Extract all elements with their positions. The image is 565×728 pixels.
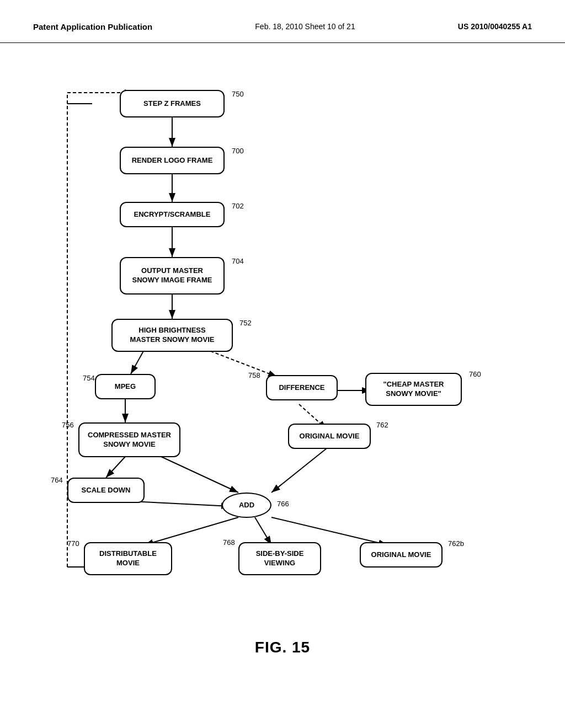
box-mpeg: MPEG	[95, 374, 156, 399]
box-original-movie-bot: ORIGINAL MOVIE	[360, 542, 443, 568]
box-step-z: STEP Z FRAMES	[120, 90, 225, 117]
header-right: US 2010/0040255 A1	[458, 22, 532, 31]
header-center: Feb. 18, 2010 Sheet 10 of 21	[255, 22, 355, 31]
svg-line-13	[271, 448, 327, 493]
box-scale-down: SCALE DOWN	[67, 478, 145, 503]
box-original-movie-top: ORIGINAL MOVIE	[288, 424, 371, 449]
label-766: 766	[277, 500, 289, 508]
box-high-brightness: HIGH BRIGHTNESS MASTER SNOWY MOVIE	[111, 319, 233, 352]
label-762-bot: 762b	[448, 539, 464, 548]
label-760: 760	[469, 370, 481, 378]
label-762-top: 762	[376, 421, 388, 429]
svg-line-12	[161, 457, 238, 493]
label-700: 700	[232, 147, 244, 155]
label-758: 758	[248, 371, 260, 379]
label-768: 768	[223, 538, 235, 547]
header: Patent Application Publication Feb. 18, …	[0, 0, 565, 43]
label-764: 764	[51, 476, 63, 484]
box-output-master: OUTPUT MASTER SNOWY IMAGE FRAME	[120, 257, 225, 295]
box-compressed: COMPRESSED MASTER SNOWY MOVIE	[78, 422, 180, 457]
label-702: 702	[232, 202, 244, 210]
box-add: ADD	[222, 493, 271, 518]
svg-line-11	[106, 457, 125, 478]
label-756: 756	[62, 421, 74, 429]
svg-line-6	[131, 349, 145, 374]
label-754: 754	[83, 374, 95, 382]
svg-line-17	[271, 517, 387, 545]
box-difference: DIFFERENCE	[266, 375, 338, 400]
svg-line-16	[255, 517, 271, 545]
svg-line-7	[205, 349, 277, 377]
label-750: 750	[232, 90, 244, 98]
box-distributable: DISTRIBUTABLE MOVIE	[84, 542, 172, 575]
label-704: 704	[232, 257, 244, 265]
box-encrypt: ENCRYPT/SCRAMBLE	[120, 202, 225, 227]
label-770: 770	[67, 539, 79, 548]
figure-caption: FIG. 15	[0, 639, 565, 656]
header-left: Patent Application Publication	[33, 22, 152, 31]
box-cheap-master: "CHEAP MASTER SNOWY MOVIE"	[365, 373, 462, 406]
page: Patent Application Publication Feb. 18, …	[0, 0, 565, 728]
diagram-area: STEP Z FRAMES 750 RENDER LOGO FRAME 700 …	[34, 65, 531, 617]
label-752: 752	[239, 319, 252, 327]
box-render-logo: RENDER LOGO FRAME	[120, 147, 225, 174]
box-side-by-side: SIDE-BY-SIDE VIEWING	[238, 542, 321, 575]
